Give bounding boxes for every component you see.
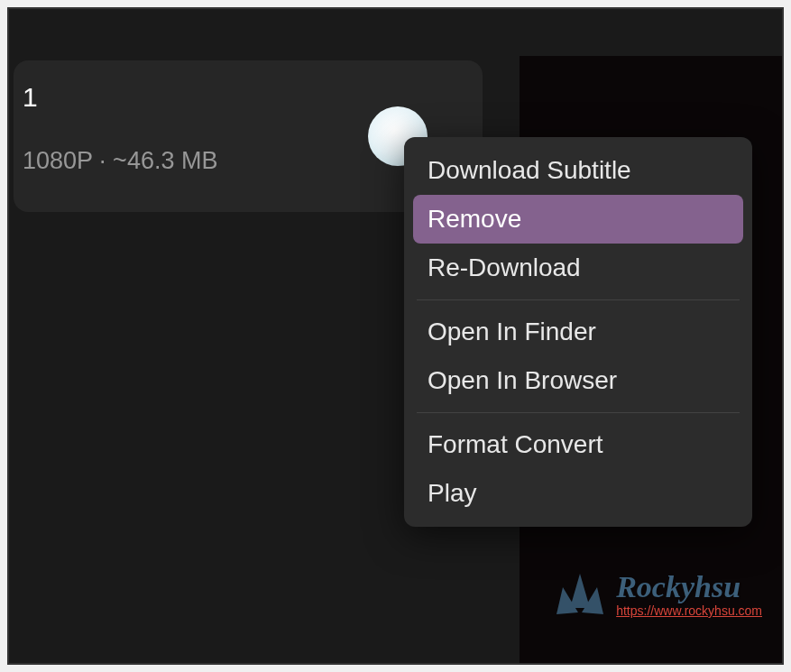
menu-remove[interactable]: Remove <box>413 195 743 244</box>
watermark-text: Rockyhsu https://www.rockyhsu.com <box>616 572 762 617</box>
menu-separator <box>417 412 740 413</box>
menu-open-in-finder[interactable]: Open In Finder <box>413 308 743 356</box>
menu-play[interactable]: Play <box>413 469 743 518</box>
item-resolution: 1080P <box>23 147 93 174</box>
menu-open-in-browser[interactable]: Open In Browser <box>413 356 743 405</box>
watermark-logo-icon <box>553 567 607 621</box>
item-size: ~46.3 MB <box>113 147 217 174</box>
menu-format-convert[interactable]: Format Convert <box>413 420 743 469</box>
menu-download-subtitle[interactable]: Download Subtitle <box>413 146 743 195</box>
app-frame: 1 1080P · ~46.3 MB Download Subtitle Rem… <box>7 7 784 665</box>
watermark: Rockyhsu https://www.rockyhsu.com <box>553 567 762 621</box>
context-menu: Download Subtitle Remove Re-Download Ope… <box>404 137 752 527</box>
item-separator: · <box>93 147 114 174</box>
menu-re-download[interactable]: Re-Download <box>413 244 743 292</box>
watermark-url: https://www.rockyhsu.com <box>616 604 762 617</box>
menu-separator <box>417 299 740 300</box>
watermark-title: Rockyhsu <box>616 572 762 603</box>
